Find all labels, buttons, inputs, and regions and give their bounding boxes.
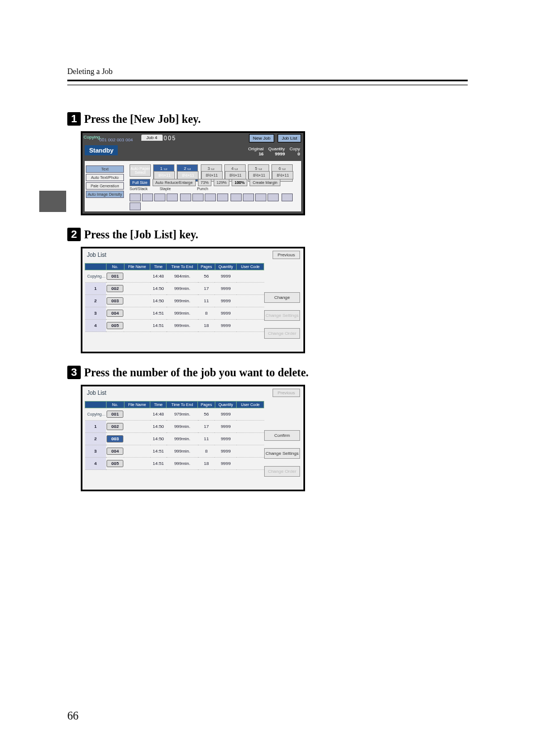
finishing-icon[interactable] <box>142 193 153 201</box>
job-number-button[interactable]: 003 <box>107 297 123 305</box>
col-usercode: User Code <box>237 264 264 270</box>
auto-text-photo-button[interactable]: Auto Text/Photo <box>86 174 124 181</box>
cell-tte: 999min. <box>167 320 198 332</box>
job-number-button[interactable]: 004 <box>107 448 123 455</box>
cell-fn <box>124 270 150 283</box>
zoom-100[interactable]: 100% <box>232 179 247 186</box>
finishing-icon[interactable] <box>192 193 204 201</box>
cell-tte: 999min. <box>167 295 198 307</box>
step-1-text: Press the [New Job] key. <box>84 113 201 126</box>
row-index: Copying… <box>85 270 107 283</box>
step-3-text: Press the number of the job you want to … <box>84 366 308 379</box>
cell-qty: 9999 <box>215 421 237 433</box>
cell-qty: 9999 <box>215 445 237 458</box>
finishing-icon[interactable] <box>130 193 141 201</box>
row-index: 4 <box>85 458 107 470</box>
finishing-icon[interactable] <box>255 193 266 201</box>
full-size-button[interactable]: Full Size <box>130 179 150 186</box>
cell-pages: 18 <box>198 320 215 332</box>
finishing-icon[interactable] <box>230 193 242 201</box>
job-number-button[interactable]: 002 <box>107 285 123 292</box>
section-title: Deleting a Job <box>67 67 468 76</box>
job-number-button[interactable]: 005 <box>107 322 123 329</box>
cell-tte: 999min. <box>167 307 198 320</box>
change-settings-button[interactable]: Change Settings <box>264 448 300 459</box>
cell-pages: 11 <box>198 295 215 307</box>
cell-qty: 9999 <box>215 408 237 421</box>
active-job-number: 005 <box>164 135 177 141</box>
auto-reduce-button[interactable]: Auto Reduce/Enlarge <box>153 179 196 186</box>
original-value: 16 <box>259 151 264 156</box>
row-index: 3 <box>85 445 107 458</box>
finishing-icon[interactable] <box>205 193 216 201</box>
cell-qty: 9999 <box>215 307 237 320</box>
cell-qty: 9999 <box>215 458 237 470</box>
finishing-icon[interactable] <box>167 193 178 201</box>
cell-fn <box>124 283 150 295</box>
change-settings-button[interactable]: Change Settings <box>264 310 300 321</box>
cell-uc <box>237 283 264 295</box>
job-number-button[interactable]: 003 <box>107 435 123 442</box>
change-order-button[interactable]: Change Order <box>264 466 300 477</box>
change-order-button[interactable]: Change Order <box>264 328 300 339</box>
job-number-button[interactable]: 002 <box>107 423 123 430</box>
new-job-button[interactable]: New Job <box>249 134 274 142</box>
cell-time: 14:51 <box>150 320 167 332</box>
col-tte: Time To End <box>167 264 198 270</box>
finishing-icon[interactable] <box>217 193 228 201</box>
create-margin-button[interactable]: Create Margin <box>250 179 280 186</box>
active-job-tab[interactable]: Job 4 <box>141 135 163 141</box>
finishing-icon[interactable] <box>154 193 165 201</box>
cell-time: 14:48 <box>150 270 167 283</box>
cell-tte: 999min. <box>167 445 198 458</box>
cell-uc <box>237 295 264 307</box>
zoom-129[interactable]: 129% <box>214 179 229 186</box>
count-panel: Original16 Quantity9999 Copy0 <box>245 146 300 156</box>
job-table: No. File Name Time Time To End Pages Qua… <box>85 401 264 470</box>
step-2-pre: Press the <box>84 228 130 241</box>
previous-button[interactable]: Previous <box>273 251 300 259</box>
finishing-icon[interactable] <box>180 193 191 201</box>
original-label: Original <box>248 146 264 151</box>
text-mode-button[interactable]: Text <box>86 165 124 173</box>
step-2-post: key. <box>177 228 199 241</box>
job-number-button[interactable]: 001 <box>107 411 123 418</box>
finishing-icon[interactable] <box>282 193 293 201</box>
cell-qty: 9999 <box>215 433 237 445</box>
row-index: 1 <box>85 421 107 433</box>
confirm-button[interactable]: Confirm <box>264 430 300 441</box>
cell-tte: 999min. <box>167 421 198 433</box>
previous-button[interactable]: Previous <box>273 389 300 397</box>
cell-time: 14:51 <box>150 445 167 458</box>
cell-tte: 999min. <box>167 458 198 470</box>
table-row: Copying…00114:48984min.569999 <box>85 270 264 283</box>
step-2-icon: 2 <box>67 228 81 241</box>
job-tabs: 001 002 003 004 <box>99 137 133 142</box>
cell-fn <box>124 408 150 421</box>
finishing-icon[interactable] <box>243 193 254 201</box>
job-list-button[interactable]: Job List <box>278 134 301 142</box>
row-index: Copying… <box>85 408 107 421</box>
table-row: Copying…00114:48979min.569999 <box>85 408 264 421</box>
mode-column: Text Auto Text/Photo Pale Generation Aut… <box>86 164 124 199</box>
finishing-icon[interactable] <box>268 193 279 201</box>
zoom-73[interactable]: 73% <box>198 179 211 186</box>
finishing-icon[interactable] <box>130 202 141 210</box>
quantity-label: Quantity <box>268 146 285 151</box>
job-number-button[interactable]: 001 <box>107 273 123 280</box>
cell-fn <box>124 445 150 458</box>
table-row: 100214:50999min.179999 <box>85 421 264 433</box>
auto-paper-select[interactable]: Auto Paper Select <box>130 164 151 177</box>
screenshot-joblist-a: Job List Previous No. File Name Time Tim… <box>81 247 305 353</box>
col-pages: Pages <box>198 402 215 408</box>
job-number-button[interactable]: 004 <box>107 310 123 317</box>
cell-qty: 9999 <box>215 283 237 295</box>
auto-image-density-button[interactable]: Auto Image Density <box>86 191 124 198</box>
pale-gen-button[interactable]: Pale Generation <box>86 182 124 190</box>
step-1: 1 Press the [New Job] key. <box>67 112 468 126</box>
cell-fn <box>124 458 150 470</box>
job-number-button[interactable]: 005 <box>107 460 123 467</box>
change-button[interactable]: Change <box>264 292 300 303</box>
cell-fn <box>124 295 150 307</box>
cell-time: 14:50 <box>150 421 167 433</box>
